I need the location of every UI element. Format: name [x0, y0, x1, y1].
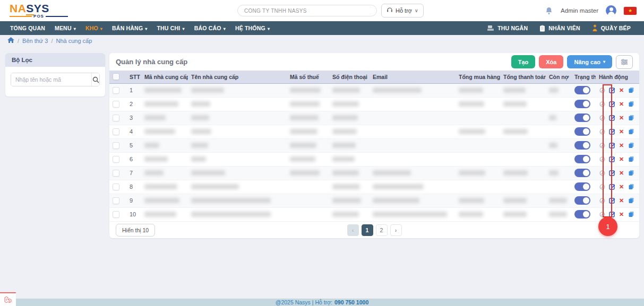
disable-icon[interactable] — [599, 170, 606, 177]
row-stt: 4 — [126, 125, 141, 138]
copy-icon[interactable] — [628, 156, 634, 163]
row-checkbox[interactable] — [109, 125, 126, 138]
status-toggle[interactable] — [574, 155, 590, 163]
delete-button[interactable]: Xóa — [539, 55, 563, 68]
pagination-prev-button[interactable]: ‹ — [347, 224, 359, 236]
row-checkbox[interactable] — [109, 194, 126, 207]
copy-icon[interactable] — [628, 197, 634, 204]
pagination-page-1[interactable]: 1 — [362, 224, 373, 236]
edit-icon[interactable] — [608, 197, 615, 204]
vietnam-flag-icon[interactable]: ★ — [624, 7, 637, 15]
disable-icon[interactable] — [599, 87, 606, 94]
disable-icon[interactable] — [599, 183, 606, 190]
column-settings-button[interactable] — [616, 55, 633, 69]
status-cell — [571, 111, 596, 125]
support-dropdown-button[interactable]: Hỗ trợ ∨ — [381, 4, 424, 18]
pagination-page-2[interactable]: 2 — [376, 224, 388, 236]
nav-item-tong-quan[interactable]: TỔNG QUAN — [5, 21, 50, 35]
status-toggle[interactable] — [574, 210, 590, 218]
edit-icon[interactable] — [608, 87, 615, 94]
row-checkbox[interactable] — [109, 180, 126, 194]
status-toggle[interactable] — [574, 141, 590, 150]
remove-icon[interactable]: ✕ — [618, 156, 625, 163]
edit-icon[interactable] — [608, 101, 615, 108]
status-toggle[interactable] — [574, 100, 590, 108]
status-toggle[interactable] — [574, 113, 590, 122]
create-button[interactable]: Tạo — [511, 55, 536, 68]
copy-icon[interactable] — [628, 101, 634, 108]
status-toggle[interactable] — [574, 127, 590, 136]
row-checkbox[interactable] — [109, 207, 126, 221]
disable-icon[interactable] — [599, 128, 606, 135]
nav-item-menu[interactable]: MENU▾ — [50, 21, 81, 35]
row-checkbox[interactable] — [109, 97, 126, 111]
row-checkbox[interactable] — [109, 138, 126, 152]
row-checkbox[interactable] — [109, 83, 126, 97]
edit-icon[interactable] — [608, 142, 615, 149]
copy-icon[interactable] — [628, 87, 634, 94]
edit-icon[interactable] — [608, 170, 615, 177]
nav-item-thu-ngan[interactable]: THU NGÂN — [481, 21, 534, 35]
edit-icon[interactable] — [608, 115, 615, 121]
status-toggle[interactable] — [574, 169, 590, 177]
user-name[interactable]: Admin master — [561, 7, 598, 14]
advanced-dropdown-button[interactable]: Nâng cao▾ — [567, 55, 612, 68]
nav-item-bao-cao[interactable]: BÁO CÁO▾ — [190, 21, 230, 35]
nav-item-kho[interactable]: KHO▾ — [81, 21, 107, 35]
row-checkbox[interactable] — [109, 166, 126, 180]
edit-icon[interactable] — [608, 156, 615, 163]
disable-icon[interactable] — [599, 211, 606, 218]
status-toggle[interactable] — [574, 182, 590, 191]
select-all-checkbox[interactable] — [109, 71, 126, 83]
disable-icon[interactable] — [599, 101, 606, 108]
pagination-next-button[interactable]: › — [390, 224, 402, 236]
remove-icon[interactable]: ✕ — [618, 87, 625, 94]
nav-item-ban-hang[interactable]: BÁN HÀNG▾ — [107, 21, 152, 35]
user-avatar[interactable] — [606, 5, 616, 16]
home-icon[interactable] — [7, 37, 14, 45]
debugbar-tab[interactable] — [0, 292, 16, 306]
remove-icon[interactable]: ✕ — [618, 211, 625, 218]
remove-icon[interactable]: ✕ — [618, 183, 625, 190]
copy-icon[interactable] — [628, 211, 634, 218]
breadcrumb-link-ben-thu-3[interactable]: Bên thứ 3 — [22, 38, 48, 44]
status-toggle[interactable] — [574, 86, 590, 94]
remove-icon[interactable]: ✕ — [618, 101, 625, 108]
nav-item-thu-chi[interactable]: THU CHI▾ — [152, 21, 189, 35]
breadcrumb-link-nha-cung-cap[interactable]: Nhà cung cấp — [56, 38, 92, 44]
disable-icon[interactable] — [599, 156, 606, 163]
disable-icon[interactable] — [599, 197, 606, 204]
nav-item-quay-bep[interactable]: QUẦY BẾP — [586, 21, 637, 35]
app-logo[interactable]: NASYS POS — [10, 3, 68, 19]
disable-icon[interactable] — [599, 115, 606, 121]
redacted-cell — [546, 194, 571, 207]
copy-icon[interactable] — [628, 170, 634, 177]
copy-icon[interactable] — [628, 183, 634, 190]
copy-icon[interactable] — [628, 128, 634, 135]
redacted-cell — [546, 152, 571, 166]
redacted-cell — [329, 207, 370, 221]
status-toggle[interactable] — [574, 196, 590, 205]
copy-icon[interactable] — [628, 142, 634, 149]
filter-search-button[interactable] — [91, 73, 99, 86]
copy-icon[interactable] — [628, 115, 634, 121]
remove-icon[interactable]: ✕ — [618, 115, 625, 121]
remove-icon[interactable]: ✕ — [618, 170, 625, 177]
nav-item-nhan-vien[interactable]: NHÂN VIÊN — [534, 21, 586, 35]
disable-icon[interactable] — [599, 142, 606, 149]
nav-item-he-thong[interactable]: HỆ THỐNG▾ — [230, 21, 274, 35]
row-checkbox[interactable] — [109, 111, 126, 125]
page-size-button[interactable]: Hiển thị 10 — [116, 224, 155, 237]
edit-icon[interactable] — [608, 183, 615, 190]
filter-search-input[interactable] — [11, 73, 91, 86]
redacted-cell — [546, 97, 571, 111]
redacted-cell — [287, 194, 329, 207]
remove-icon[interactable]: ✕ — [618, 197, 625, 204]
remove-icon[interactable]: ✕ — [618, 128, 625, 135]
notifications-bell-icon[interactable] — [545, 6, 553, 15]
remove-icon[interactable]: ✕ — [618, 142, 625, 149]
edit-icon[interactable] — [608, 128, 615, 135]
row-checkbox[interactable] — [109, 152, 126, 166]
company-selector-input[interactable] — [237, 5, 377, 16]
redacted-cell — [188, 207, 287, 221]
